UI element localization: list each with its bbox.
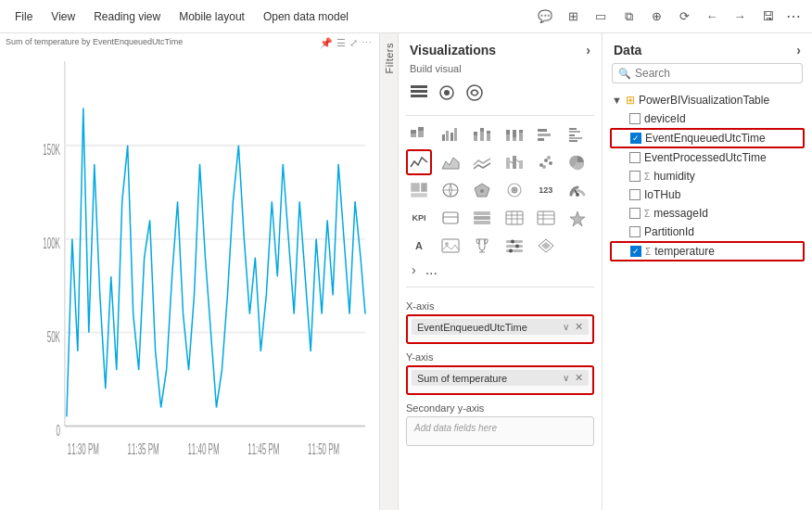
redo-icon[interactable]: → (727, 4, 753, 30)
tree-item-deviceId[interactable]: deviceId (610, 109, 805, 128)
focus-icon[interactable]: ⤢ (349, 37, 358, 49)
bar-chart-icon[interactable] (533, 121, 559, 147)
save-icon[interactable]: 🖫 (755, 4, 780, 30)
tree-item-PartitionId[interactable]: PartitionId (610, 223, 805, 241)
trophy-icon[interactable] (469, 233, 495, 259)
view-menu[interactable]: View (44, 6, 82, 27)
checkbox-messageId[interactable] (629, 208, 641, 219)
tree-item-IoTHub[interactable]: IoTHub (610, 185, 805, 204)
matrix-icon2[interactable] (533, 205, 559, 231)
azure-map-icon2[interactable] (501, 177, 527, 203)
data-panel-chevron-icon[interactable]: › (796, 43, 801, 57)
checkbox-PartitionId[interactable] (629, 226, 641, 237)
data-panel-header: Data › (603, 33, 812, 63)
slicer-icon2[interactable] (501, 233, 527, 259)
field-list-icon[interactable] (406, 80, 432, 106)
refresh-icon[interactable]: ⟳ (671, 4, 697, 30)
table-icon2[interactable] (501, 205, 527, 231)
svg-rect-45 (569, 131, 580, 133)
viz-panel-title: Visualizations (410, 43, 496, 57)
toolbar-icons: 💬 ⊞ ▭ ⧉ ⊕ ⟳ ← → 🖫 ⋯ (532, 4, 805, 30)
checkbox-IoTHub[interactable] (629, 189, 641, 200)
100pct-stacked-icon[interactable] (501, 121, 527, 147)
ribbon-chart-icon[interactable] (501, 149, 527, 175)
viz-special-row (399, 80, 602, 109)
secondary-yaxis-field-box[interactable]: Add data fields here (406, 416, 594, 446)
pie-chart-icon[interactable] (565, 149, 590, 175)
yaxis-close-icon[interactable]: ✕ (575, 372, 583, 384)
yaxis-field-tag: Sum of temperature ∨ ✕ (412, 370, 589, 386)
copy-icon[interactable]: ⧉ (615, 4, 641, 30)
line-stacked-icon[interactable] (469, 149, 495, 175)
open-data-model-menu[interactable]: Open data model (256, 6, 356, 27)
sigma-humidity-icon: Σ (644, 172, 650, 182)
gauge-icon2[interactable] (565, 177, 590, 203)
custom-visual-icon[interactable] (565, 205, 590, 231)
xaxis-field-box[interactable]: EventEnqueuedUtcTime ∨ ✕ (406, 314, 594, 344)
canvas-area[interactable]: Sum of temperature by EventEnqueuedUtcTi… (0, 33, 380, 510)
area-chart-icon[interactable] (438, 149, 463, 175)
svg-rect-41 (538, 129, 547, 132)
analytics-icon[interactable] (462, 80, 488, 106)
table-expand-header[interactable]: ▼ ⊞ PowerBIVisualizationTable (610, 91, 805, 109)
tree-item-EventProcessedUtcTime[interactable]: EventProcessedUtcTime (610, 148, 805, 167)
window-icon[interactable]: ▭ (588, 4, 614, 30)
card-icon2[interactable] (438, 205, 463, 231)
yaxis-chevron-icon[interactable]: ∨ (563, 373, 569, 383)
tree-item-temperature[interactable]: ✓ Σ temperature (610, 241, 805, 261)
xaxis-close-icon[interactable]: ✕ (575, 321, 583, 333)
checkbox-temperature[interactable]: ✓ (630, 246, 641, 257)
main-layout: Sum of temperature by EventEnqueuedUtcTi… (0, 33, 812, 510)
image-icon2[interactable] (438, 233, 463, 259)
clustered-col-icon[interactable] (438, 121, 463, 147)
map-icon[interactable] (438, 177, 463, 203)
reading-view-menu[interactable]: Reading view (86, 6, 168, 27)
yaxis-field-box[interactable]: Sum of temperature ∨ ✕ (406, 365, 594, 395)
tree-item-EventEnqueuedUtcTime[interactable]: ✓ EventEnqueuedUtcTime (610, 128, 805, 148)
svg-point-19 (444, 90, 450, 96)
pin-icon[interactable]: 📌 (320, 37, 333, 49)
svg-rect-58 (411, 183, 420, 192)
more-options-icon[interactable]: ⋯ (362, 37, 372, 49)
viz-panel-chevron[interactable]: › (586, 43, 590, 57)
treemap-icon2[interactable] (406, 177, 432, 203)
filled-map-icon2[interactable] (469, 177, 495, 203)
svg-rect-32 (480, 128, 484, 132)
xaxis-chevron-icon[interactable]: ∨ (563, 322, 569, 332)
stacked-col-icon[interactable] (469, 121, 495, 147)
checkbox-EventEnqueuedUtcTime[interactable]: ✓ (630, 133, 641, 144)
number-card-icon[interactable]: 123 (533, 177, 559, 203)
yaxis-field-value: Sum of temperature (417, 373, 507, 384)
kpi-icon2[interactable]: KPI (406, 205, 432, 231)
more-menu[interactable]: ⋯ (782, 7, 805, 25)
search-input[interactable] (635, 67, 796, 80)
clustered-bar-icon[interactable] (565, 121, 590, 147)
tree-item-humidity[interactable]: Σ humidity (610, 167, 805, 185)
grid-icon[interactable]: ⊞ (560, 4, 586, 30)
xaxis-label: X-axis (406, 300, 594, 312)
svg-rect-71 (474, 216, 490, 220)
mobile-layout-menu[interactable]: Mobile layout (171, 6, 252, 27)
svg-rect-59 (421, 183, 427, 192)
format-icon[interactable] (434, 80, 460, 106)
multi-row-card-icon2[interactable] (469, 205, 495, 231)
checkbox-EventProcessedUtcTime[interactable] (629, 152, 641, 163)
tree-item-messageId[interactable]: Σ messageId (610, 204, 805, 223)
text-box-icon2[interactable]: A (406, 233, 432, 259)
stacked-bar-icon[interactable] (406, 121, 432, 147)
filter-icon[interactable]: ☰ (336, 37, 346, 49)
checkbox-humidity[interactable] (629, 171, 641, 182)
checkbox-deviceId[interactable] (629, 113, 641, 124)
comment-icon[interactable]: 💬 (532, 4, 558, 30)
expand-icon[interactable]: ⊕ (643, 4, 669, 30)
scatter-chart-icon[interactable] (533, 149, 559, 175)
more-visuals-btn[interactable]: ... (425, 261, 438, 278)
field-name-EventEnqueuedUtcTime: EventEnqueuedUtcTime (645, 132, 766, 145)
expand-visuals-icon[interactable]: › (406, 261, 422, 279)
undo-icon[interactable]: ← (699, 4, 725, 30)
svg-rect-31 (480, 132, 484, 141)
line-chart-selected-icon[interactable] (406, 149, 432, 175)
file-menu[interactable]: File (7, 6, 40, 27)
svg-rect-17 (411, 95, 427, 97)
diamond-icon[interactable] (533, 233, 559, 259)
